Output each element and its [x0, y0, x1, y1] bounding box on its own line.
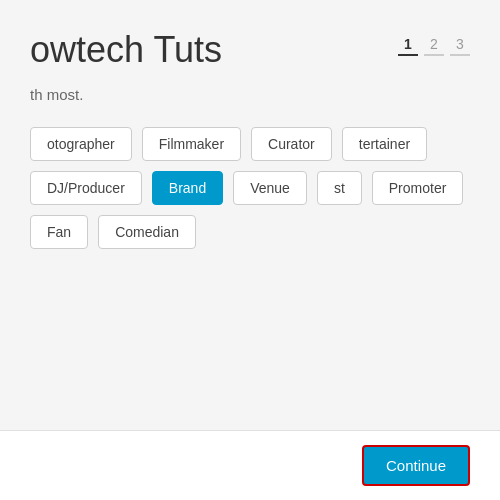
step-3[interactable]: 3 [450, 36, 470, 56]
step-2[interactable]: 2 [424, 36, 444, 56]
tag-6[interactable]: Venue [233, 171, 307, 205]
tag-7[interactable]: st [317, 171, 362, 205]
header-row: owtech Tuts 1 2 3 [30, 30, 470, 70]
step-2-number: 2 [430, 36, 438, 52]
tag-9[interactable]: Fan [30, 215, 88, 249]
step-1-number: 1 [404, 36, 412, 52]
page-container: owtech Tuts 1 2 3 th most. otographerFil… [0, 0, 500, 500]
step-2-line [424, 54, 444, 56]
tag-1[interactable]: Filmmaker [142, 127, 241, 161]
continue-button[interactable]: Continue [362, 445, 470, 486]
tag-3[interactable]: tertainer [342, 127, 427, 161]
page-title: owtech Tuts [30, 30, 222, 70]
step-1[interactable]: 1 [398, 36, 418, 56]
steps-container: 1 2 3 [398, 36, 470, 56]
subtitle-text: th most. [30, 86, 470, 103]
step-3-number: 3 [456, 36, 464, 52]
tag-2[interactable]: Curator [251, 127, 332, 161]
tags-area: otographerFilmmakerCuratortertainerDJ/Pr… [30, 127, 470, 249]
step-3-line [450, 54, 470, 56]
tag-5[interactable]: Brand [152, 171, 223, 205]
tag-4[interactable]: DJ/Producer [30, 171, 142, 205]
tag-10[interactable]: Comedian [98, 215, 196, 249]
tag-8[interactable]: Promoter [372, 171, 464, 205]
tag-0[interactable]: otographer [30, 127, 132, 161]
step-1-line [398, 54, 418, 56]
footer-bar: Continue [0, 430, 500, 500]
main-content: owtech Tuts 1 2 3 th most. otographerFil… [0, 0, 500, 430]
